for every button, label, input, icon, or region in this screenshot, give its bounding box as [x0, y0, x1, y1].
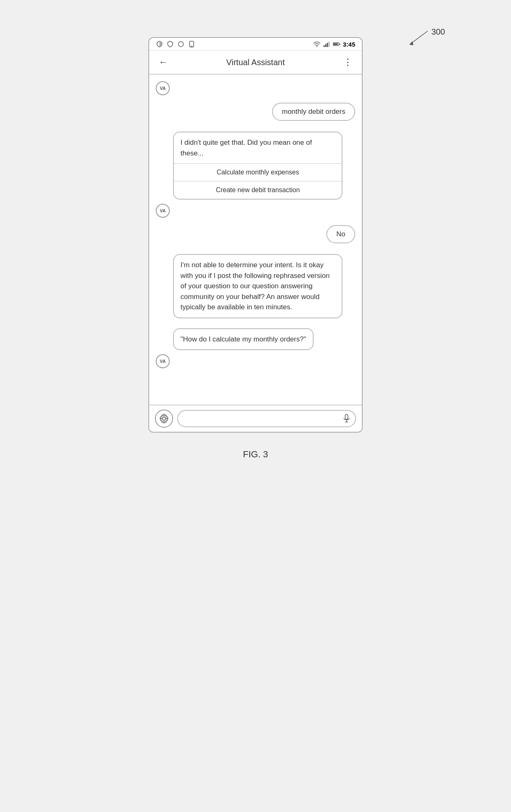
user-message-1: monthly debit orders: [156, 103, 355, 121]
va-quote-text: "How do I calculate my monthly orders?": [180, 335, 306, 343]
gear-icon: [159, 413, 169, 424]
shield-outline-icon: [166, 40, 174, 48]
svg-rect-7: [325, 44, 326, 47]
settings-button[interactable]: [155, 410, 173, 428]
shield-filled-icon: [156, 40, 163, 48]
svg-point-2: [178, 42, 183, 47]
svg-rect-6: [323, 45, 325, 47]
va-bubble-1: I didn't quite get that. Did you mean on…: [173, 132, 342, 200]
svg-rect-9: [328, 42, 330, 47]
va-avatar-2: VA: [156, 204, 170, 218]
svg-point-13: [162, 417, 166, 420]
chat-input[interactable]: [177, 410, 356, 427]
svg-rect-14: [345, 414, 348, 419]
va-avatar-1: VA: [156, 81, 170, 95]
signal-icon: [323, 40, 331, 48]
back-button[interactable]: ←: [156, 55, 171, 70]
menu-button[interactable]: ⋮: [340, 55, 355, 70]
va-quote-bubble: "How do I calculate my monthly orders?": [173, 328, 314, 351]
svg-rect-8: [327, 43, 328, 47]
svg-rect-11: [333, 43, 338, 45]
va-bubble-text-2: I'm not able to determine your intent. I…: [174, 255, 342, 318]
svg-point-5: [316, 46, 317, 47]
annotation-arrow: [405, 29, 430, 45]
option-calculate[interactable]: Calculate monthly expenses: [174, 163, 342, 181]
input-bar: [149, 405, 362, 432]
mic-button[interactable]: [341, 413, 352, 424]
status-icons-right: 3:45: [313, 40, 355, 48]
nav-bar: ← Virtual Assistant ⋮: [149, 51, 362, 75]
nav-title: Virtual Assistant: [226, 58, 285, 67]
annotation-number: 300: [431, 27, 445, 37]
va-bubble-text-1: I didn't quite get that. Did you mean on…: [174, 132, 342, 163]
svg-rect-12: [339, 43, 340, 45]
user-message-text-2: No: [326, 225, 355, 243]
option-create-debit[interactable]: Create new debit transaction: [174, 181, 342, 199]
va-avatar-3: VA: [156, 354, 170, 368]
status-time: 3:45: [343, 41, 355, 48]
chat-area: VA monthly debit orders I didn't quite g…: [149, 75, 362, 405]
status-icons-left: [156, 40, 195, 48]
svg-line-0: [411, 31, 428, 43]
mic-icon: [342, 414, 351, 423]
battery-icon: [333, 40, 340, 48]
user-message-text-1: monthly debit orders: [272, 103, 355, 121]
input-field-wrapper: [177, 410, 356, 427]
user-message-2: No: [156, 225, 355, 243]
va-bubble-2: I'm not able to determine your intent. I…: [173, 254, 342, 318]
status-bar: 3:45: [149, 38, 362, 51]
fig-label: FIG. 3: [243, 449, 268, 460]
wifi-icon: [313, 40, 321, 48]
circle-icon: [177, 40, 185, 48]
phone-frame: 3:45 ← Virtual Assistant ⋮ VA monthly de…: [148, 37, 363, 433]
device-icon: [188, 40, 195, 48]
